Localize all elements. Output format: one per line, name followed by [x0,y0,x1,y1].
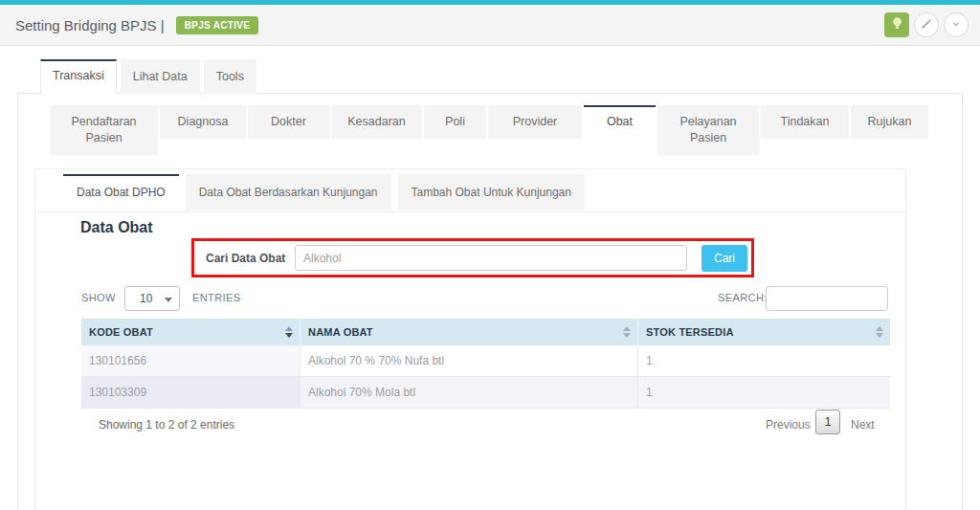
obat-table: KODE OBAT NAMA OBAT STOK TERSEDIA 130101… [81,319,890,409]
tab-tambah-obat-untuk-kunjungan[interactable]: Tambah Obat Untuk Kunjungan [398,174,585,211]
tab-lihat-data[interactable]: Lihat Data [121,59,200,94]
section-heading: Data Obat [80,219,153,236]
table-search-input[interactable] [766,286,888,311]
tab-rujukan[interactable]: Rujukan [851,105,928,139]
table-info-text: Showing 1 to 2 of 2 entries [99,418,234,432]
cari-button[interactable]: Cari [702,245,747,272]
chevron-down-icon [949,17,963,33]
page-length-value: 10 [140,292,152,305]
cell-nama-obat: Alkohol 70 % 70% Nufa btl [301,345,638,376]
column-header-nama-obat[interactable]: NAMA OBAT [301,319,638,345]
cari-data-obat-label: Cari Data Obat [206,252,293,265]
expand-window-button[interactable] [914,12,939,37]
tab-provider[interactable]: Provider [488,105,582,139]
tab-transaksi[interactable]: Transaksi [40,59,117,94]
collapse-panel-button[interactable] [944,12,969,37]
expand-arrows-icon [920,17,933,33]
column-header-kode-obat[interactable]: KODE OBAT [81,319,301,345]
tab-obat[interactable]: Obat [584,105,656,139]
page-length-select[interactable]: 10 [124,286,180,311]
pagination-page-1[interactable]: 1 [815,410,840,434]
show-label: SHOW [81,292,116,303]
table-search-label: SEARCH: [718,292,768,303]
obat-tabstrip-divider [35,211,905,212]
tab-dokter[interactable]: Dokter [248,105,329,139]
obat-tab-bar: Data Obat DPHO Data Obat Berdasarkan Kun… [63,174,591,211]
cell-nama-obat: Alkohol 70% Mola btl [301,377,638,408]
sort-icon-asc-active [285,326,293,338]
table-header-row: KODE OBAT NAMA OBAT STOK TERSEDIA [81,319,890,345]
pagination-previous[interactable]: Previous [766,418,811,432]
tab-diagnosa[interactable]: Diagnosa [160,105,246,139]
tab-kesadaran[interactable]: Kesadaran [331,105,422,139]
tab-tindakan[interactable]: Tindakan [761,105,849,139]
tab-tools[interactable]: Tools [204,59,256,94]
lightbulb-icon [890,16,904,33]
select-caret-icon [165,298,172,302]
sort-icon [876,326,883,338]
pagination-next[interactable]: Next [851,418,875,432]
annotation-highlight-box: Cari Data Obat Cari [191,238,754,277]
cell-stok-tersedia: 1 [638,345,890,376]
column-header-stok-tersedia[interactable]: STOK TERSEDIA [638,319,890,345]
header-actions [884,12,969,37]
cell-kode-obat: 130103309 [81,377,301,408]
cari-data-obat-input[interactable] [295,245,687,271]
tab-poli[interactable]: Poli [424,105,486,139]
tab-pendaftaran-pasien[interactable]: Pendaftaran Pasien [50,105,158,155]
table-row: 130101656 Alkohol 70 % 70% Nufa btl 1 [81,345,890,377]
table-row: 130103309 Alkohol 70% Mola btl 1 [81,377,890,409]
tab-pelayanan-pasien[interactable]: Pelayanan Pasien [657,105,759,155]
app-header-bar: Setting Bridging BPJS | BPJS ACTIVE [0,5,980,46]
status-badge: BPJS ACTIVE [176,16,259,34]
page-title: Setting Bridging BPJS | [15,17,165,33]
tab-data-obat-berdasarkan-kunjungan[interactable]: Data Obat Berdasarkan Kunjungan [186,174,391,211]
entries-label: ENTRIES [192,292,240,303]
cell-kode-obat: 130101656 [81,345,301,376]
module-tab-bar: Pendaftaran Pasien Diagnosa Dokter Kesad… [50,105,930,155]
sort-icon [623,326,631,338]
tab-data-obat-dpho[interactable]: Data Obat DPHO [63,174,179,211]
cell-stok-tersedia: 1 [638,377,890,408]
main-tab-bar: Transaksi Lihat Data Tools [40,59,260,94]
hint-lightbulb-button[interactable] [884,12,909,37]
